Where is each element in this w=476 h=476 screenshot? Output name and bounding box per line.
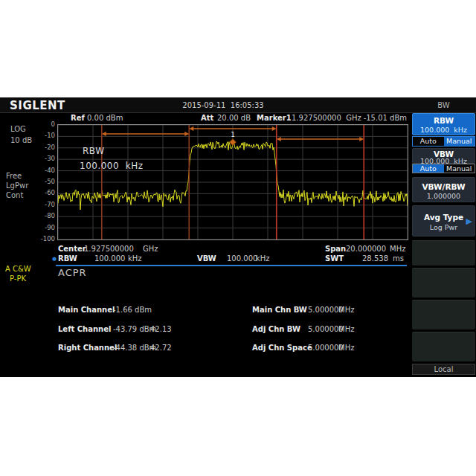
center-value: 1.927500000 [84, 245, 134, 253]
rbw-footer-value: 100.000 [94, 254, 125, 263]
screenshot-page: SIGLENT 2015-09-11 16:05:33 BW Ref 0.00 … [0, 0, 476, 476]
acpr-section-title: ACPR [58, 267, 87, 278]
center-unit: GHz [143, 245, 158, 253]
acpr-row-label: Left Channel [58, 325, 111, 333]
vbw-auto-option[interactable]: Auto [413, 164, 444, 173]
avg-mode-label: LgPwr [6, 181, 28, 190]
span-label: Span [325, 245, 346, 253]
scale-type-label: LOG [10, 125, 26, 133]
vbw-footer-label: VBW [197, 254, 216, 263]
y-axis-tick: -60 [28, 189, 55, 196]
acpr-row-extra: 42.72 [150, 344, 172, 352]
analyzer-screen: SIGLENT 2015-09-11 16:05:33 BW Ref 0.00 … [0, 97, 476, 377]
softkey-panel: RBW 100.000 kHz Auto Manual VBW 100.000 … [412, 113, 475, 377]
acpr-row-unit: MHz [338, 325, 354, 333]
vbw-footer-unit: kHz [256, 254, 270, 263]
rbw-overlay-label: RBW [83, 146, 105, 156]
softkey-blank [412, 300, 475, 329]
spectrum-plot: 1 RBW 100.000 kHz [57, 124, 408, 240]
submenu-arrow-icon: ▶ [466, 216, 472, 226]
marker-freq: 1.927500000 GHz [292, 114, 361, 122]
softkey-menu-title: BW [411, 101, 476, 109]
ref-value: 0.00 dBm [87, 114, 123, 122]
acpr-row-label: Right Channel [58, 344, 117, 352]
y-axis-tick: 0 [28, 120, 55, 128]
y-axis-tick: -80 [28, 212, 55, 219]
center-label: Center [58, 245, 86, 253]
local-button[interactable]: Local [412, 364, 475, 375]
ref-label: Ref [71, 114, 85, 122]
swt-unit: ms [393, 254, 404, 263]
trace-flag: A C&W [5, 265, 31, 273]
svg-text:1: 1 [231, 131, 235, 138]
acpr-row-unit: MHz [338, 344, 354, 352]
marker-amplitude: -15.01 dBm [355, 114, 407, 122]
siglent-logo: SIGLENT [10, 99, 65, 112]
section-divider [56, 265, 407, 266]
softkey-blank [412, 332, 475, 361]
acpr-row-extra: 42.13 [150, 325, 172, 333]
y-axis-tick: -30 [28, 155, 55, 162]
softkey-vbw-rbw-label: VBW/RBW [413, 182, 475, 191]
vbw-footer-value: 100.000 [227, 254, 257, 263]
acpr-row-unit: MHz [338, 306, 354, 314]
rbw-footer-unit: kHz [128, 254, 142, 263]
y-axis-tick: -70 [28, 201, 55, 208]
softkey-blank [412, 240, 475, 266]
acpr-row-label: Main Channel [58, 306, 115, 314]
swt-label: SWT [325, 254, 344, 263]
y-axis-tick: -50 [28, 178, 55, 185]
softkey-vbw[interactable]: VBW 100.000 kHz [412, 148, 475, 164]
softkey-rbw-value: 100.000 kHz [413, 126, 475, 134]
softkey-blank [412, 268, 475, 298]
spectrum-trace-svg: 1 [58, 125, 408, 239]
y-axis-tick: -40 [28, 167, 55, 174]
acpr-row-label: Main Chn BW [252, 306, 307, 314]
y-axis-tick: -90 [28, 224, 55, 231]
span-unit: MHz [390, 245, 405, 253]
rbw-auto-manual-toggle: Auto Manual [412, 136, 475, 147]
marker-label: Marker1 [257, 114, 292, 122]
acpr-row-label: Adj Chn BW [252, 325, 300, 333]
softkey-vbw-rbw-value: 1.000000 [413, 192, 475, 200]
acpr-row-label: Adj Chn Space [252, 344, 312, 352]
datetime: 2015-09-11 16:05:33 [134, 101, 312, 109]
titlebar: SIGLENT 2015-09-11 16:05:33 BW [0, 97, 476, 113]
softkey-rbw[interactable]: RBW 100.000 kHz [412, 113, 475, 135]
swt-value: 28.538 [362, 254, 388, 263]
softkey-vbw-rbw-ratio[interactable]: VBW/RBW 1.000000 [412, 177, 475, 202]
span-value: 20.000000 [346, 245, 386, 253]
softkey-rbw-label: RBW [413, 116, 475, 125]
att-label: Att [201, 114, 213, 122]
y-axis-tick: -20 [28, 144, 55, 151]
sweep-mode-label: Cont [6, 191, 23, 199]
vbw-auto-manual-toggle: Auto Manual [412, 164, 475, 173]
rbw-overlay-value: 100.000 kHz [80, 161, 144, 171]
rbw-auto-option[interactable]: Auto [413, 137, 444, 146]
detector-flag: P-PK [10, 274, 26, 283]
y-axis-tick: -10 [28, 132, 55, 139]
softkey-avg-type[interactable]: Avg Type Log Pwr ▶ [412, 205, 475, 237]
trigger-label: Free [6, 172, 22, 180]
att-value: 20.00 dB [217, 114, 251, 122]
y-axis-tick: -100 [28, 235, 55, 242]
acpr-row-value: -1.66 dBm [113, 306, 152, 314]
rbw-manual-option[interactable]: Manual [444, 137, 475, 146]
rbw-coupled-bullet: ● [52, 256, 57, 262]
rbw-footer-label: RBW [58, 254, 77, 263]
vbw-manual-option[interactable]: Manual [444, 164, 475, 173]
